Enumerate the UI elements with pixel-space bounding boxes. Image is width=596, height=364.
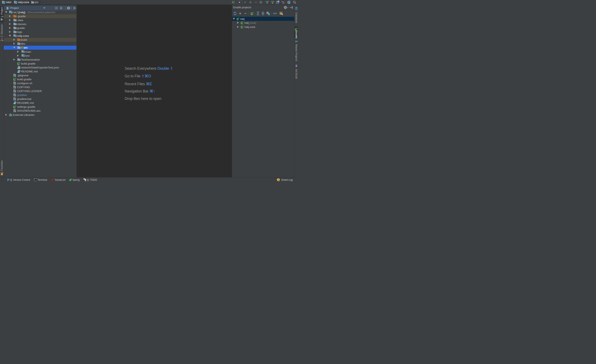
svg-text:01: 01 — [233, 3, 235, 4]
svg-text:MD: MD — [18, 72, 20, 73]
svg-text:VCS: VCS — [266, 1, 269, 2]
svg-text:m: m — [295, 40, 298, 43]
svg-text:MD: MD — [14, 103, 16, 104]
svg-text:VCS: VCS — [271, 1, 274, 2]
svg-text:JSON: JSON — [17, 68, 20, 69]
svg-text:1: 1 — [278, 178, 279, 181]
